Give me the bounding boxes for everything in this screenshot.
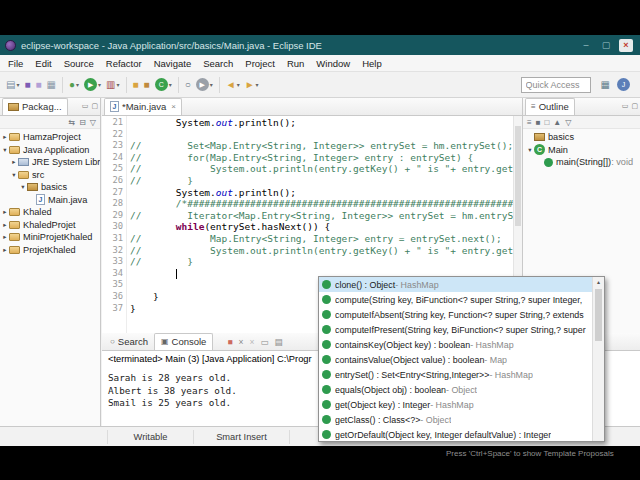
completion-item-containskey[interactable]: containsKey(Object key) : boolean - Hash…: [319, 337, 592, 352]
open-perspective-icon[interactable]: ▦: [599, 76, 612, 94]
twistie-icon[interactable]: ▾: [19, 183, 27, 191]
new-class-icon[interactable]: C▾: [153, 76, 174, 94]
code-line[interactable]: // for(Map.Entry<String, Integer> entry …: [130, 152, 513, 164]
java-perspective-icon[interactable]: J: [615, 76, 632, 94]
forward-icon[interactable]: ►▾: [243, 76, 261, 94]
minimize-button[interactable]: –: [579, 40, 593, 50]
menu-window[interactable]: Window: [310, 56, 356, 71]
menu-refactor[interactable]: Refactor: [100, 56, 148, 71]
twistie-icon[interactable]: ▸: [1, 133, 9, 141]
scroll-up-icon[interactable]: ▴: [593, 277, 604, 288]
code-line[interactable]: // }: [130, 256, 513, 268]
completion-item-computeifabsent[interactable]: computeIfAbsent(String key, Function<? s…: [319, 307, 592, 322]
remove-launch-icon[interactable]: ×: [239, 337, 244, 347]
coverage-icon[interactable]: ▥▾: [104, 76, 121, 94]
outline-item-basics[interactable]: basics: [523, 131, 640, 144]
twistie-icon[interactable]: ▸: [10, 158, 18, 166]
completion-item-containsvalue[interactable]: containsValue(Object value) : boolean - …: [319, 352, 592, 367]
completion-item-clone[interactable]: clone() : Object - HashMap: [319, 277, 592, 292]
print-icon[interactable]: ▦: [45, 76, 58, 94]
twistie-icon[interactable]: ▸: [1, 246, 9, 254]
menu-source[interactable]: Source: [58, 56, 100, 71]
explorer-item-projetkhaled[interactable]: ▸ProjetKhaled: [0, 244, 100, 257]
save-icon[interactable]: ■: [22, 76, 32, 94]
code-line[interactable]: System.out.println();: [130, 187, 513, 199]
quick-access-input[interactable]: [521, 77, 591, 93]
code-line[interactable]: // System.out.println(entry.getKey() + "…: [130, 163, 513, 175]
new-java-project-icon[interactable]: ■: [131, 76, 141, 94]
new-wizard-icon[interactable]: ▤▾: [4, 76, 21, 94]
code-line[interactable]: // Set<Map.Entry<String, Integer>> entry…: [130, 140, 513, 152]
maximize-button[interactable]: ▢: [599, 40, 613, 50]
twistie-icon[interactable]: ▾: [10, 171, 18, 179]
twistie-icon[interactable]: ▸: [1, 233, 9, 241]
scroll-lock-icon[interactable]: ▤: [274, 337, 282, 347]
completion-item-getordefault[interactable]: getOrDefault(Object key, Integer default…: [319, 427, 592, 442]
completion-item-entryset[interactable]: entrySet() : Set<Entry<String,Integer>> …: [319, 367, 592, 382]
back-icon[interactable]: ◄▾: [224, 76, 242, 94]
explorer-item-khaledprojet[interactable]: ▸KhaledProjet: [0, 219, 100, 232]
view-menu-icon[interactable]: ▽: [90, 118, 96, 127]
menu-run[interactable]: Run: [281, 56, 310, 71]
hide-non-public-icon[interactable]: ▲: [553, 118, 561, 127]
menu-edit[interactable]: Edit: [29, 56, 57, 71]
hide-static-icon[interactable]: □: [545, 118, 550, 127]
view-menu-icon[interactable]: ▽: [565, 118, 571, 127]
tab-outline[interactable]: ≡ Outline: [525, 98, 575, 115]
terminate-icon[interactable]: ■: [227, 337, 232, 347]
completion-item-equals[interactable]: equals(Object obj) : boolean - Object: [319, 382, 592, 397]
completion-item-compute[interactable]: compute(String key, BiFunction<? super S…: [319, 292, 592, 307]
outline-item-main-string[interactable]: main(String[]) : void: [523, 156, 640, 169]
new-package-icon[interactable]: ■: [142, 76, 152, 94]
tab-package-explorer[interactable]: Packag...: [2, 98, 68, 115]
minimize-view-icon[interactable]: ▭: [82, 102, 89, 110]
hide-fields-icon[interactable]: ■: [536, 118, 541, 127]
maximize-view-icon[interactable]: ▢: [91, 102, 98, 110]
menu-search[interactable]: Search: [197, 56, 239, 71]
outline-item-main[interactable]: ▾CMain: [523, 144, 640, 157]
menu-navigate[interactable]: Navigate: [148, 56, 198, 71]
popup-scrollbar[interactable]: ▴: [592, 277, 604, 441]
explorer-item-hamzaproject[interactable]: ▸HamzaProject: [0, 131, 100, 144]
remove-all-launches-icon[interactable]: ×: [249, 337, 254, 347]
twistie-icon[interactable]: ▾: [1, 146, 9, 154]
code-line[interactable]: // System.out.println(entry.getKey() + "…: [130, 245, 513, 257]
completion-item-getclass[interactable]: getClass() : Class<?> - Object: [319, 412, 592, 427]
save-all-icon[interactable]: ■: [34, 76, 44, 94]
close-tab-icon[interactable]: ×: [171, 102, 176, 111]
tab-main-java[interactable]: J *Main.java ×: [104, 98, 182, 115]
menu-help[interactable]: Help: [356, 56, 388, 71]
twistie-icon[interactable]: ▸: [1, 221, 9, 229]
completion-item-computeifpresent[interactable]: computeIfPresent(String key, BiFunction<…: [319, 322, 592, 337]
explorer-item-java-application[interactable]: ▾Java Application: [0, 144, 100, 157]
close-button[interactable]: ×: [619, 39, 633, 52]
tab-console[interactable]: ▣Console: [154, 333, 213, 350]
run-icon[interactable]: ▶▾: [82, 76, 103, 94]
explorer-item-src[interactable]: ▾src: [0, 169, 100, 182]
collapse-all-icon[interactable]: ⊟: [79, 118, 86, 127]
explorer-item-miniprojetkhaled[interactable]: ▸MiniProjetKhaled: [0, 231, 100, 244]
twistie-icon[interactable]: ▾: [526, 146, 534, 154]
code-line[interactable]: System.out.println();: [130, 117, 513, 129]
popup-scrollbar-thumb[interactable]: [595, 289, 602, 341]
twistie-icon[interactable]: ▸: [1, 208, 9, 216]
explorer-item-main-java[interactable]: JMain.java: [0, 194, 100, 207]
scrollbar-thumb[interactable]: [515, 126, 521, 226]
code-line[interactable]: // }: [130, 175, 513, 187]
explorer-item-khaled[interactable]: ▸Khaled: [0, 206, 100, 219]
link-with-editor-icon[interactable]: ⇆: [68, 118, 75, 127]
minimize-view-icon[interactable]: ▭: [622, 102, 629, 110]
maximize-view-icon[interactable]: ▢: [631, 102, 638, 110]
explorer-item-basics[interactable]: ▾basics: [0, 181, 100, 194]
clear-console-icon[interactable]: ▭: [260, 337, 268, 347]
menu-file[interactable]: File: [2, 56, 29, 71]
search-icon[interactable]: ○: [183, 76, 193, 94]
explorer-item-jre-system-libra[interactable]: ▸JRE System Libra: [0, 156, 100, 169]
code-line[interactable]: while(entrySet.hasNext()) {: [130, 221, 513, 233]
debug-icon[interactable]: ●▾: [67, 76, 81, 94]
tab-search[interactable]: ○Search: [104, 334, 154, 350]
code-line[interactable]: // Map.Entry<String, Integer> entry = en…: [130, 233, 513, 245]
code-line[interactable]: /*######################################…: [130, 198, 513, 210]
menu-project[interactable]: Project: [239, 56, 281, 71]
sort-icon[interactable]: ≡: [527, 118, 532, 127]
